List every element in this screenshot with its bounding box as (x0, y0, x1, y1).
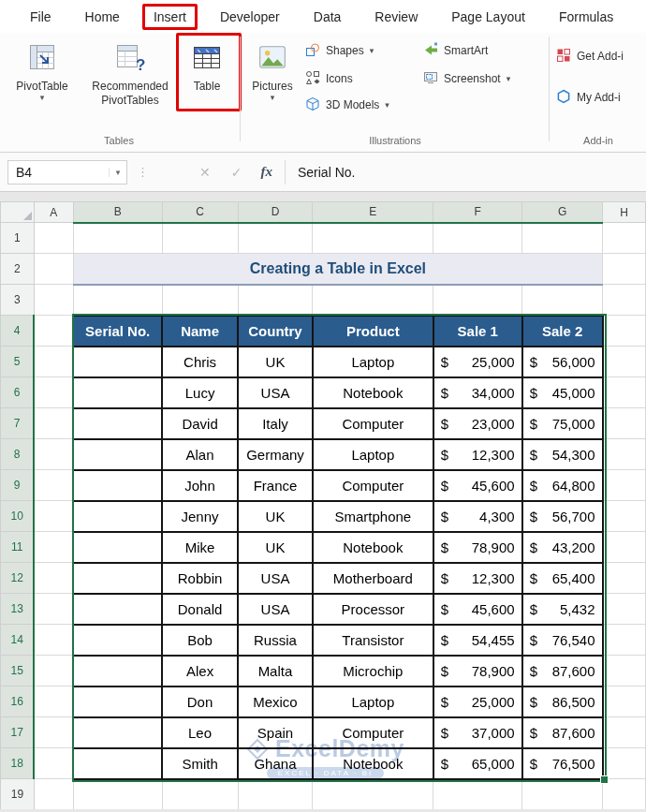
col-header-G[interactable]: G (522, 202, 603, 223)
cell-C14[interactable]: Bob (162, 625, 238, 656)
cell-F6[interactable]: $34,000 (433, 377, 522, 408)
cell-E8[interactable]: Laptop (313, 439, 433, 470)
screenshot-button[interactable]: Screenshot ▾ (423, 68, 510, 89)
cell-F10[interactable]: $4,300 (433, 501, 522, 532)
cell-D5[interactable]: UK (238, 347, 313, 377)
cell-A15[interactable] (34, 656, 73, 687)
col-header-F[interactable]: F (433, 202, 522, 223)
cell-D3[interactable] (238, 285, 313, 316)
cell-A18[interactable] (34, 748, 73, 779)
cell-A8[interactable] (34, 439, 73, 470)
tab-developer[interactable]: Developer (203, 4, 297, 30)
cell-F19[interactable] (433, 779, 522, 810)
cell-F14[interactable]: $54,455 (433, 625, 522, 656)
cell-D1[interactable] (238, 223, 313, 254)
cell-G5[interactable]: $56,000 (522, 347, 603, 377)
formula-input[interactable]: Serial No. (298, 165, 355, 180)
cell-D8[interactable]: Germany (238, 439, 313, 470)
cell-F7[interactable]: $23,000 (433, 408, 522, 439)
row-header-5[interactable]: 5 (1, 347, 35, 377)
cell-A16[interactable] (34, 687, 73, 717)
row-header-9[interactable]: 9 (1, 470, 35, 501)
row-header-17[interactable]: 17 (1, 717, 35, 748)
cell-D6[interactable]: USA (238, 377, 313, 408)
cell-D16[interactable]: Mexico (238, 687, 313, 717)
cell-H17[interactable] (603, 717, 646, 748)
row-header-8[interactable]: 8 (1, 439, 35, 470)
cell-B12[interactable] (73, 563, 162, 594)
my-add-ins-button[interactable]: My Add-i (556, 87, 646, 108)
cell-E19[interactable] (313, 779, 433, 810)
col-header-A[interactable]: A (34, 202, 73, 223)
col-header-C[interactable]: C (162, 202, 238, 223)
cell-C6[interactable]: Lucy (162, 377, 238, 408)
cell-D17[interactable]: Spain (238, 717, 313, 748)
cell-E15[interactable]: Microchip (313, 656, 433, 687)
cell-E9[interactable]: Computer (313, 470, 433, 501)
cell-D13[interactable]: USA (238, 594, 313, 625)
cell-C7[interactable]: David (162, 408, 238, 439)
cell-G4[interactable]: Sale 2 (522, 316, 603, 347)
cell-G1[interactable] (522, 223, 603, 254)
cell-B4[interactable]: Serial No. (73, 316, 162, 347)
cell-B19[interactable] (73, 779, 162, 810)
select-all-corner[interactable] (1, 202, 35, 223)
cancel-icon[interactable]: ✕ (199, 165, 211, 180)
cell-E14[interactable]: Transistor (313, 625, 433, 656)
cell-B7[interactable] (73, 408, 162, 439)
col-header-D[interactable]: D (238, 202, 313, 223)
cell-D7[interactable]: Italy (238, 408, 313, 439)
tab-formulas[interactable]: Formulas (542, 4, 630, 30)
pictures-button[interactable]: Pictures ▾ (245, 36, 300, 129)
cell-A3[interactable] (34, 285, 73, 316)
cell-G15[interactable]: $87,600 (522, 656, 603, 687)
cell-A9[interactable] (34, 470, 73, 501)
tab-insert[interactable]: Insert (142, 4, 198, 30)
cell-A2[interactable] (34, 254, 73, 285)
cell-G11[interactable]: $43,200 (522, 532, 603, 563)
cell-H15[interactable] (603, 656, 646, 687)
cell-H5[interactable] (603, 347, 646, 377)
worksheet-title-cell[interactable]: Creating a Table in Excel (73, 254, 602, 285)
cell-B16[interactable] (73, 687, 162, 717)
cell-B8[interactable] (73, 439, 162, 470)
cell-A19[interactable] (34, 779, 73, 810)
cell-C4[interactable]: Name (162, 316, 238, 347)
cell-B11[interactable] (73, 532, 162, 563)
tab-file[interactable]: File (13, 4, 68, 30)
cell-H3[interactable] (603, 285, 646, 316)
fill-handle[interactable] (600, 775, 609, 784)
row-header-12[interactable]: 12 (1, 563, 35, 594)
cell-A7[interactable] (34, 408, 73, 439)
cell-F17[interactable]: $37,000 (433, 717, 522, 748)
row-header-3[interactable]: 3 (1, 285, 35, 316)
cell-E3[interactable] (313, 285, 433, 316)
chevron-down-icon[interactable]: ▾ (109, 168, 126, 177)
cell-G9[interactable]: $64,800 (522, 470, 603, 501)
cell-C12[interactable]: Robbin (162, 563, 238, 594)
cell-D19[interactable] (238, 779, 313, 810)
cell-C9[interactable]: John (162, 470, 238, 501)
cell-C16[interactable]: Don (162, 687, 238, 717)
cell-E13[interactable]: Processor (313, 594, 433, 625)
icons-button[interactable]: Icons (305, 68, 353, 89)
cell-G19[interactable] (522, 779, 603, 810)
row-header-14[interactable]: 14 (1, 625, 35, 656)
cell-D14[interactable]: Russia (238, 625, 313, 656)
cell-F4[interactable]: Sale 1 (433, 316, 522, 347)
cell-E6[interactable]: Notebook (313, 377, 433, 408)
name-box[interactable]: B4 ▾ (7, 160, 127, 185)
tab-review[interactable]: Review (358, 4, 434, 30)
cell-H10[interactable] (603, 501, 646, 532)
cell-C18[interactable]: Smith (162, 748, 238, 779)
get-add-ins-button[interactable]: Get Add-i (556, 46, 646, 66)
table-button[interactable]: Table (180, 36, 234, 129)
cell-E16[interactable]: Laptop (313, 687, 433, 717)
cell-C5[interactable]: Chris (162, 347, 238, 377)
cell-E7[interactable]: Computer (313, 408, 433, 439)
cell-C15[interactable]: Alex (162, 656, 238, 687)
col-header-H[interactable]: H (603, 202, 646, 223)
cell-F13[interactable]: $45,600 (433, 594, 522, 625)
cell-H13[interactable] (603, 594, 646, 625)
row-header-10[interactable]: 10 (1, 501, 35, 532)
